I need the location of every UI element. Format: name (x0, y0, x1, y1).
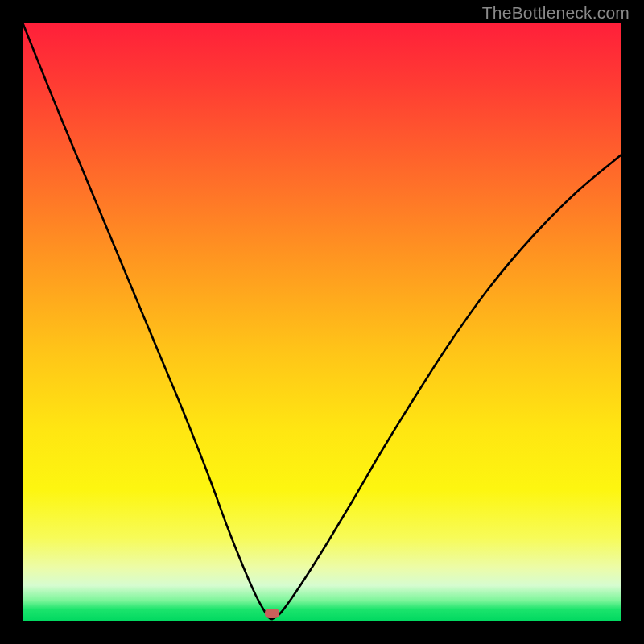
outer-frame: TheBottleneck.com (0, 0, 644, 644)
watermark-text: TheBottleneck.com (482, 3, 630, 23)
curve-left-branch (23, 23, 272, 619)
bottleneck-curve (23, 23, 621, 621)
curve-right-branch (272, 155, 621, 619)
optimal-point-marker (265, 609, 279, 618)
plot-area (23, 23, 621, 621)
